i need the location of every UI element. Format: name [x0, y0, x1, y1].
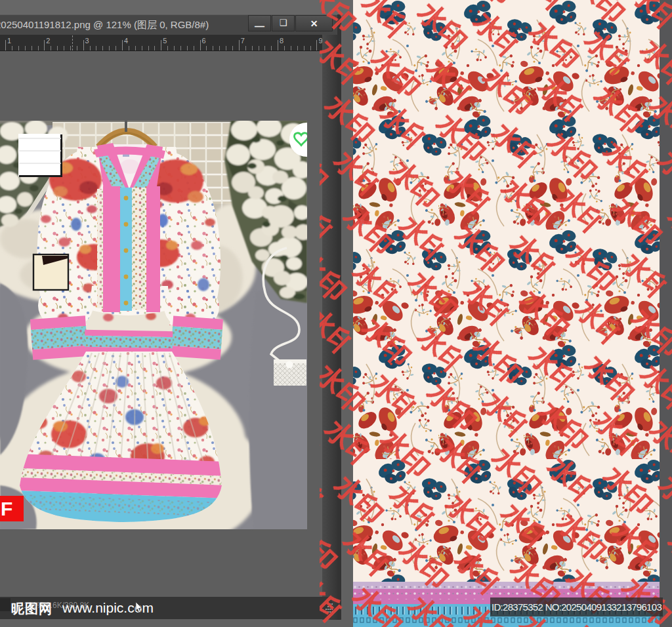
svg-text:F: F	[1, 498, 12, 519]
